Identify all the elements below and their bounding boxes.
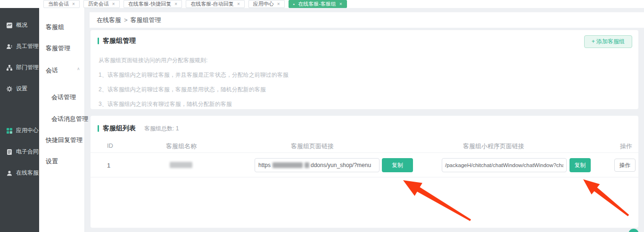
redacted-url-segment: [305, 162, 309, 168]
breadcrumb-current: 客服组管理: [131, 16, 161, 24]
column-header-mini-program-link: 客服组小程序页面链接: [463, 142, 524, 151]
group-total-label: 客服组总数: 1: [144, 125, 179, 133]
tab-history-session[interactable]: 历史会话 ×: [83, 0, 120, 8]
sidebar-item-online-service[interactable]: 在线客服: [6, 169, 39, 177]
close-icon[interactable]: ×: [277, 2, 280, 7]
mini-program-link-field[interactable]: [442, 158, 567, 172]
group-management-card: 客服组管理 + 添加客服组 从客服组页面链接访问的用户分配客服规则: 1、该客服…: [91, 30, 638, 109]
column-header-page-link: 客服组页面链接: [291, 142, 334, 151]
cell-id: 1: [107, 162, 110, 169]
page-link-prefix: https: [258, 162, 271, 168]
apps-grid-icon: [6, 128, 13, 134]
sidebar-item-settings[interactable]: 设置: [6, 85, 27, 93]
add-service-group-button[interactable]: + 添加客服组: [584, 35, 632, 48]
tab-label: 应用中心: [253, 0, 274, 8]
sidebar-item-contract[interactable]: 电子合同: [6, 148, 39, 156]
rule-item: 2、该客服组内之前聊过客服，客服是禁用状态，随机分配新的客服: [99, 82, 289, 97]
submenu-item-session-message-management[interactable]: 会话消息管理: [51, 115, 88, 123]
breadcrumb: 在线客服 > 客服组管理: [90, 12, 644, 28]
column-header-name: 客服组名称: [166, 142, 197, 151]
submenu-item-service-group[interactable]: 客服组: [46, 23, 64, 32]
close-icon[interactable]: ×: [339, 2, 342, 7]
section-title: 客服组列表: [103, 124, 136, 133]
page-link-suffix: ddons/yun_shop/?menu: [311, 162, 371, 168]
sidebar-item-staff[interactable]: 员工管理: [6, 42, 39, 50]
tab-label: 在线客服-客服组: [298, 0, 336, 8]
sidebar-item-label: 电子合同: [16, 148, 39, 156]
sidebar-item-label: 应用中心: [16, 127, 39, 135]
close-icon[interactable]: ×: [72, 2, 75, 7]
redacted-group-name: [170, 162, 192, 168]
column-header-action: 操作: [620, 142, 632, 151]
sidebar-item-overview[interactable]: 概况: [6, 21, 27, 29]
column-header-id: ID: [107, 142, 113, 149]
sidebar-item-label: 在线客服: [16, 169, 39, 177]
tab-quick-reply[interactable]: 在线客服-快捷回复 ×: [124, 0, 182, 8]
copy-mini-program-link-button[interactable]: 复制: [570, 158, 591, 172]
module-submenu: 客服组 客服管理 会话 ∧ 会话管理 会话消息管理 快捷回复管理 设置: [39, 8, 85, 232]
tab-label: 当前会话: [48, 0, 69, 8]
staff-icon: [6, 43, 13, 50]
close-icon[interactable]: ×: [237, 2, 240, 7]
breadcrumb-separator: >: [124, 16, 128, 24]
overview-icon: [6, 22, 13, 29]
sidebar-item-label: 员工管理: [16, 42, 39, 50]
submenu-item-quick-reply-management[interactable]: 快捷回复管理: [46, 136, 83, 144]
section-accent-bar: [98, 38, 99, 44]
tab-bar: 当前会话 × 历史会话 × 在线客服-快捷回复 × 在线客服-自动回复 × 应用…: [0, 0, 644, 8]
close-icon[interactable]: ×: [174, 2, 177, 7]
submenu-item-session-management[interactable]: 会话管理: [51, 93, 76, 102]
tab-label: 在线客服-快捷回复: [128, 0, 172, 8]
page-link-field[interactable]: https ddons/yun_shop/?menu: [255, 158, 380, 172]
tab-label: 历史会话: [88, 0, 109, 8]
sidebar-item-department[interactable]: 部门管理: [6, 64, 39, 72]
department-icon: [6, 64, 13, 71]
rules-title: 从客服组页面链接访问的用户分配客服规则:: [99, 53, 289, 68]
active-dot-icon: ●: [293, 3, 295, 6]
tab-app-center[interactable]: 应用中心 ×: [248, 0, 285, 8]
customer-service-icon: [6, 170, 13, 176]
page: 当前会话 × 历史会话 × 在线客服-快捷回复 × 在线客服-自动回复 × 应用…: [0, 0, 644, 232]
tab-current-session[interactable]: 当前会话 ×: [43, 0, 80, 8]
table-header-row: ID 客服组名称 客服组页面链接 客服组小程序页面链接 操作: [91, 139, 638, 153]
sidebar-item-label: 设置: [16, 85, 27, 93]
tab-label: 在线客服-自动回复: [190, 0, 234, 8]
redacted-url-segment: [272, 162, 303, 168]
tab-service-group-active[interactable]: ● 在线客服-客服组 ×: [289, 0, 347, 8]
submenu-item-label: 会话: [46, 67, 58, 74]
assignment-rules: 从客服组页面链接访问的用户分配客服规则: 1、该客服组内之前聊过客服，并且客服是…: [99, 53, 289, 112]
sidebar-item-label: 概况: [16, 21, 27, 29]
tab-auto-reply[interactable]: 在线客服-自动回复 ×: [186, 0, 245, 8]
section-accent-bar: [98, 125, 99, 132]
main-content: 在线客服 > 客服组管理 客服组管理 + 添加客服组 从客服组页面链接访问的用户…: [85, 8, 644, 232]
table-row: 1 https ddons/yun_shop/?menu 复制 复制 操作: [91, 153, 638, 177]
app-sidebar: 概况 员工管理 部门管理 设置 应用中心 电子合同 在线客服: [0, 8, 39, 232]
submenu-item-session[interactable]: 会话 ∧: [46, 66, 79, 75]
copy-page-link-button[interactable]: 复制: [382, 158, 413, 172]
rule-item: 3、该客服组内之前没有聊过客服，随机分配新的客服: [99, 97, 289, 112]
submenu-item-service-management[interactable]: 客服管理: [46, 44, 70, 53]
breadcrumb-parent[interactable]: 在线客服: [97, 16, 121, 24]
rule-item: 1、该客服组内之前聊过客服，并且客服是正常状态，分配给之前聊过的客服: [99, 68, 289, 82]
submenu-item-settings[interactable]: 设置: [46, 157, 58, 166]
gear-icon: [6, 86, 13, 92]
group-list-card: 客服组列表 客服组总数: 1 ID 客服组名称 客服组页面链接 客服组小程序页面…: [91, 116, 638, 228]
sidebar-item-app-center[interactable]: 应用中心: [6, 127, 39, 135]
contract-icon: [6, 149, 13, 155]
chevron-up-icon: ∧: [77, 66, 80, 71]
close-icon[interactable]: ×: [112, 2, 115, 7]
section-title: 客服组管理: [103, 37, 136, 45]
sidebar-item-label: 部门管理: [16, 64, 39, 72]
row-action-button[interactable]: 操作: [614, 159, 636, 172]
